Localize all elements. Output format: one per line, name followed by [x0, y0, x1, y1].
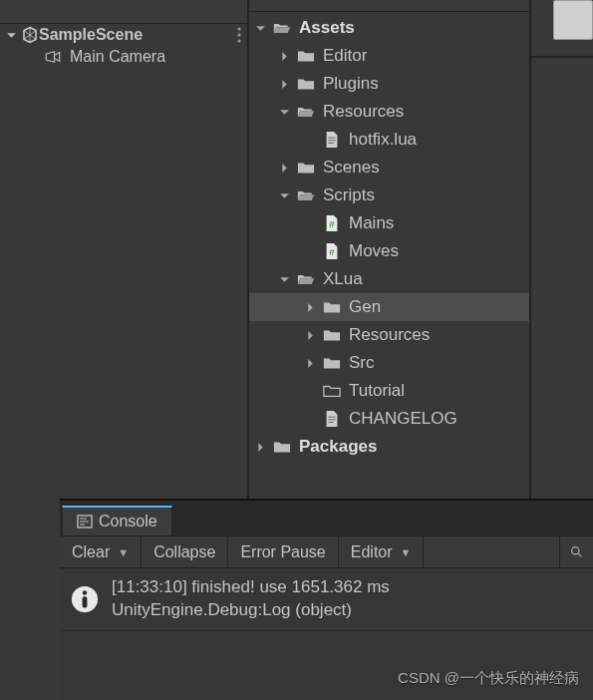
gameobject-label: Main Camera: [70, 48, 165, 66]
console-search[interactable]: [559, 536, 593, 568]
tree-row[interactable]: #Moves: [249, 237, 529, 265]
chevron-down-icon[interactable]: ▼: [401, 546, 412, 558]
tree-row-label: Src: [349, 353, 375, 373]
log-line1: [11:33:10] finished! use 1651.362 ms: [112, 576, 390, 599]
tree-row[interactable]: XLua: [249, 265, 529, 293]
tree-row-label: Editor: [323, 46, 367, 66]
tree-row[interactable]: Tutorial: [249, 377, 529, 405]
console-tab-bar: Console: [60, 501, 593, 536]
tree-row-label: XLua: [323, 269, 363, 289]
tree-row-label: Scenes: [323, 158, 380, 177]
text-file-icon: [323, 410, 341, 428]
svg-rect-19: [83, 596, 88, 607]
folder-icon: [297, 76, 315, 92]
divider: [531, 56, 593, 58]
chevron-right-icon[interactable]: [279, 51, 293, 62]
chevron-right-icon[interactable]: [305, 358, 319, 369]
hierarchy-panel: SampleScene Main Camera: [0, 0, 249, 499]
chevron-down-icon[interactable]: [279, 190, 293, 201]
chevron-down-icon[interactable]: [255, 23, 269, 34]
tree-row[interactable]: hotfix.lua: [249, 126, 529, 154]
tree-row-label: hotfix.lua: [349, 130, 417, 150]
scene-name: SampleScene: [39, 26, 143, 44]
error-pause-button[interactable]: Error Pause: [228, 536, 338, 568]
project-panel: AssetsEditorPluginsResourceshotfix.luaSc…: [249, 0, 531, 499]
chevron-down-icon[interactable]: [279, 274, 293, 285]
svg-point-0: [237, 27, 240, 30]
tree-row[interactable]: #Mains: [249, 209, 529, 237]
svg-point-15: [572, 547, 579, 554]
folder-open-icon: [297, 271, 315, 287]
preview-thumbnail[interactable]: [553, 0, 593, 40]
project-tree: AssetsEditorPluginsResourceshotfix.luaSc…: [249, 12, 529, 463]
tree-row[interactable]: Scripts: [249, 181, 529, 209]
collapse-button[interactable]: Collapse: [142, 536, 228, 568]
tree-row-label: Assets: [299, 18, 355, 38]
clear-label: Clear: [72, 543, 110, 561]
tree-row-label: Moves: [349, 241, 399, 261]
tree-row[interactable]: Resources: [249, 98, 529, 126]
gameobject-row[interactable]: Main Camera: [0, 46, 247, 68]
folder-icon: [297, 48, 315, 64]
svg-point-18: [83, 590, 88, 595]
folder-open-icon: [297, 187, 315, 203]
tree-row[interactable]: Src: [249, 349, 529, 377]
folder-icon: [323, 327, 341, 343]
tree-row[interactable]: Packages: [249, 433, 529, 461]
log-text: [11:33:10] finished! use 1651.362 ms Uni…: [112, 576, 390, 622]
tree-row[interactable]: Plugins: [249, 70, 529, 98]
console-toolbar: Clear ▼ Collapse Error Pause Editor ▼: [60, 536, 593, 568]
chevron-down-icon[interactable]: [6, 30, 17, 41]
svg-line-16: [578, 553, 581, 556]
console-log-entry[interactable]: [11:33:10] finished! use 1651.362 ms Uni…: [60, 568, 593, 631]
svg-point-1: [237, 33, 240, 36]
text-file-icon: [323, 131, 341, 149]
tree-row-label: Tutorial: [349, 381, 405, 401]
search-icon: [570, 545, 583, 558]
cs-file-icon: #: [323, 214, 341, 232]
folder-open-icon: [273, 20, 291, 36]
folder-open-icon: [297, 104, 315, 120]
folder-icon: [297, 160, 315, 175]
clear-button[interactable]: Clear ▼: [60, 536, 142, 568]
tree-row[interactable]: CHANGELOG: [249, 405, 529, 433]
collapse-label: Collapse: [153, 543, 215, 561]
chevron-right-icon[interactable]: [305, 330, 319, 341]
chevron-down-icon[interactable]: [279, 107, 293, 118]
console-icon: [77, 514, 93, 529]
editor-label: Editor: [351, 543, 393, 561]
scene-menu-icon[interactable]: [237, 27, 241, 43]
chevron-right-icon[interactable]: [255, 442, 269, 453]
chevron-right-icon[interactable]: [279, 79, 293, 90]
chevron-right-icon[interactable]: [279, 163, 293, 174]
info-icon: [70, 584, 100, 614]
right-edge: [531, 0, 593, 499]
folder-icon: [273, 439, 291, 455]
tree-row[interactable]: Editor: [249, 42, 529, 70]
scene-row[interactable]: SampleScene: [0, 24, 247, 46]
tree-row-label: Resources: [323, 102, 404, 122]
hierarchy-header: [0, 0, 247, 24]
tree-row-label: Resources: [349, 325, 430, 345]
chevron-right-icon[interactable]: [305, 302, 319, 313]
folder-icon: [323, 299, 341, 315]
svg-point-2: [237, 39, 240, 42]
console-tab[interactable]: Console: [62, 506, 172, 535]
chevron-down-icon[interactable]: ▼: [118, 546, 129, 558]
tree-row-label: CHANGELOG: [349, 409, 457, 429]
error-pause-label: Error Pause: [240, 543, 325, 561]
folder-icon: [323, 355, 341, 371]
camera-icon: [44, 48, 62, 66]
cs-file-icon: #: [323, 242, 341, 260]
tree-row[interactable]: Scenes: [249, 154, 529, 181]
svg-text:#: #: [329, 218, 335, 229]
project-header: [249, 0, 529, 12]
editor-dropdown[interactable]: Editor ▼: [339, 536, 425, 568]
tree-row-label: Mains: [349, 213, 394, 233]
tree-row-label: Scripts: [323, 185, 375, 205]
tree-row[interactable]: Resources: [249, 321, 529, 349]
tree-row-label: Gen: [349, 297, 381, 317]
tree-row[interactable]: Gen: [249, 293, 529, 321]
tree-row[interactable]: Assets: [249, 14, 529, 42]
console-tab-label: Console: [99, 513, 157, 530]
